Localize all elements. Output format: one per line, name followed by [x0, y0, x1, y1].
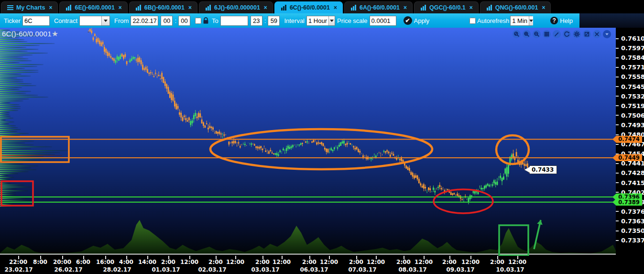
date-label: 28.02.17	[103, 266, 131, 273]
tick-dash	[616, 67, 619, 68]
tab-qgc[interactable]: QGC()-60/0.1×	[414, 1, 479, 13]
from-minute-input[interactable]	[178, 16, 190, 26]
grid-icon[interactable]	[543, 30, 551, 38]
time-label: 16:00	[96, 259, 114, 265]
to-label: To	[212, 17, 218, 24]
help-icon[interactable]: ?	[550, 17, 558, 24]
tab-label: My Charts	[16, 4, 45, 11]
price-tick: 0.7337	[616, 237, 644, 244]
chart-icon	[281, 5, 287, 11]
interval-select[interactable]: 1 Hour	[306, 16, 335, 26]
price-tick: 0.7558	[616, 73, 644, 80]
tab-label: 6J()-60/0.000001	[214, 4, 260, 11]
tab-label: QGC()-60/0.1	[429, 4, 466, 11]
time-label: 20:00	[53, 259, 71, 265]
refresh-interval-select[interactable]: 1 Min	[510, 16, 532, 26]
tab-close-icon[interactable]: ×	[264, 4, 267, 11]
tab-label: QNG()-60/0.001	[495, 4, 538, 11]
price-tick-label: 0.7376	[621, 208, 644, 215]
refresh-icon[interactable]	[563, 30, 571, 38]
price-tick-label: 0.7597	[621, 44, 644, 52]
price-tick-label: 0.7506	[621, 112, 644, 119]
price-tick: 0.7376	[616, 208, 644, 215]
tab-6e[interactable]: 6E()-60/0.0001×	[59, 1, 127, 13]
apply-button[interactable]: Apply	[414, 17, 430, 24]
zoom-out-icon[interactable]	[533, 30, 541, 38]
to-date-input[interactable]	[220, 16, 248, 26]
to-hour-input[interactable]	[251, 16, 262, 26]
chart-icon-toolbar	[513, 30, 611, 38]
tab-close-icon[interactable]: ×	[188, 4, 192, 11]
zoom-reset-icon[interactable]	[513, 30, 521, 38]
expand-icon[interactable]	[583, 30, 591, 38]
tab-close-icon[interactable]: ×	[119, 4, 122, 11]
from-date-input[interactable]	[131, 16, 158, 26]
tab-qng[interactable]: QNG()-60/0.001×	[480, 1, 551, 13]
chevron-down-icon[interactable]	[328, 16, 335, 25]
chart-area[interactable]: 6C()-60/0.0001★ 0.7433	[0, 28, 616, 256]
time-label: 12:00	[320, 259, 338, 265]
price-tick-label: 0.7350	[621, 227, 644, 234]
price-tick-label: 0.7610	[621, 35, 644, 42]
contract-label: Contract	[54, 17, 77, 24]
tick-dash	[616, 220, 619, 221]
toolbar-corner	[579, 13, 644, 28]
help-button[interactable]: Help	[560, 17, 573, 24]
price-tick-label: 0.7519	[621, 102, 644, 110]
time-label: 6:00	[76, 259, 90, 265]
tab-label: 6B()-60/0.0001	[144, 4, 185, 11]
favorite-star-icon[interactable]: ★	[52, 30, 59, 38]
from-label: From	[114, 17, 129, 24]
lock-range-checkbox[interactable]	[195, 18, 201, 24]
tab-close-icon[interactable]: ×	[542, 4, 545, 11]
time-label: 2:00	[442, 259, 457, 265]
tab-6b[interactable]: 6B()-60/0.0001×	[129, 1, 197, 13]
autorefresh-checkbox[interactable]	[469, 18, 476, 24]
tab-my-charts[interactable]: My Charts×	[1, 1, 58, 13]
tab-close-icon[interactable]: ×	[334, 4, 337, 11]
zoom-in-icon[interactable]	[523, 30, 531, 38]
time-label: 2:00	[490, 259, 504, 265]
chevron-down-icon[interactable]	[101, 16, 109, 25]
time-label: 2:00	[302, 259, 317, 265]
tab-6a[interactable]: 6A()-60/0.0001×	[344, 1, 413, 13]
draw-icon[interactable]	[553, 30, 561, 38]
chevron-down-icon[interactable]	[529, 16, 533, 25]
tick-dash	[616, 240, 619, 241]
price-tick-label: 0.7545	[621, 83, 644, 90]
dropdown-icon[interactable]	[603, 30, 611, 38]
price-line-tag: 0.7389	[612, 198, 642, 206]
apply-check-icon[interactable]: ✔	[404, 16, 412, 25]
close-icon[interactable]	[593, 30, 601, 38]
time-label: 12:00	[415, 259, 433, 265]
tab-label: 6A()-60/0.0001	[360, 4, 400, 11]
price-tick: 0.7610	[616, 35, 644, 42]
from-hour-input[interactable]	[161, 16, 173, 26]
settings-icon[interactable]	[573, 30, 581, 38]
tab-close-icon[interactable]: ×	[49, 4, 52, 11]
tab-6j[interactable]: 6J()-60/0.000001×	[199, 1, 273, 13]
lock-icon	[203, 17, 209, 24]
to-minute-input[interactable]	[268, 16, 280, 26]
price-tick: 0.7519	[616, 102, 644, 110]
price-scale-input[interactable]	[370, 16, 396, 26]
tab-6c[interactable]: 6C()-60/0.0001×	[274, 1, 343, 13]
time-axis[interactable]: 22:008:0020:006:0016:004:0014:002:0012:0…	[0, 256, 616, 274]
price-axis[interactable]: 0.76100.75970.75840.75710.75580.75450.75…	[616, 28, 644, 274]
tab-close-icon[interactable]: ×	[404, 4, 407, 11]
time-label: 2:00	[349, 259, 363, 265]
tab-label: 6C()-60/0.0001	[290, 4, 330, 11]
candlestick-plot	[0, 28, 616, 256]
tick-dash	[616, 38, 619, 39]
contract-select[interactable]	[79, 16, 110, 26]
ticker-input[interactable]	[22, 16, 50, 26]
price-tick-label: 0.7571	[621, 64, 644, 71]
autorefresh-label: Autorefresh	[477, 17, 509, 24]
time-label: 12:00	[226, 259, 244, 265]
price-tick-label: 0.7363	[621, 218, 644, 225]
date-label: 01.03.17	[152, 266, 180, 273]
to-time-separator: :	[264, 17, 266, 24]
tab-close-icon[interactable]: ×	[469, 4, 473, 11]
tick-dash	[616, 96, 619, 97]
tick-dash	[616, 163, 619, 164]
